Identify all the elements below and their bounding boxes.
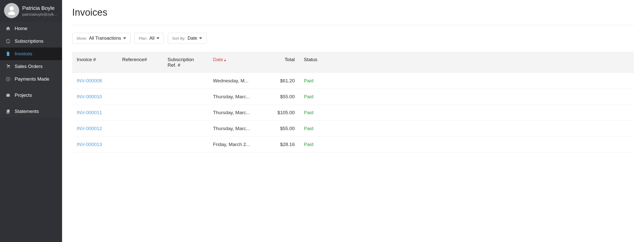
filter-show[interactable]: Show: All Transactions bbox=[72, 33, 130, 44]
cell-status: Paid bbox=[299, 137, 634, 153]
filter-value: Date bbox=[187, 36, 197, 41]
table-row[interactable]: INV-000010 Thursday, Marc... $55.00 Paid bbox=[72, 89, 634, 105]
main-content: Invoices Show: All Transactions Plan: Al… bbox=[62, 0, 644, 242]
page-title: Invoices bbox=[72, 7, 634, 18]
sidebar-item-projects[interactable]: Projects bbox=[0, 89, 62, 102]
cell-total: $61.20 bbox=[256, 73, 299, 89]
filter-plan[interactable]: Plan: All bbox=[135, 33, 164, 44]
sidebar-nav: Home $ Subscriptions Invoices Sales Orde… bbox=[0, 22, 62, 118]
filter-label: Sort By: bbox=[172, 36, 185, 40]
sidebar-item-subscriptions[interactable]: $ Subscriptions bbox=[0, 35, 62, 47]
sidebar-item-label: Sales Orders bbox=[15, 64, 43, 69]
user-icon bbox=[7, 6, 17, 16]
sidebar-item-invoices[interactable]: Invoices bbox=[0, 47, 62, 60]
table-header-row: Invoice # Reference# Subscription Ref. #… bbox=[72, 52, 634, 73]
cell-reference bbox=[118, 89, 163, 105]
sidebar-item-sales-orders[interactable]: Sales Orders bbox=[0, 60, 62, 73]
cell-date: Thursday, Marc... bbox=[208, 121, 256, 137]
table-row[interactable]: INV-000011 Thursday, Marc... $105.00 Pai… bbox=[72, 105, 634, 121]
cell-total: $55.00 bbox=[256, 89, 299, 105]
user-email: patriciaboyle@zylk... bbox=[22, 12, 57, 16]
cell-status: Paid bbox=[299, 89, 634, 105]
svg-text:$: $ bbox=[8, 40, 9, 42]
cell-status: Paid bbox=[299, 121, 634, 137]
user-block: Patricia Boyle patriciaboyle@zylk... bbox=[0, 0, 62, 22]
sidebar-item-label: Subscriptions bbox=[15, 38, 43, 44]
home-icon bbox=[6, 26, 11, 31]
column-header-date[interactable]: Date▴ bbox=[208, 52, 256, 73]
cell-subref bbox=[163, 105, 208, 121]
filter-bar: Show: All Transactions Plan: All Sort By… bbox=[72, 33, 634, 44]
chevron-down-icon bbox=[199, 37, 202, 39]
sidebar-item-home[interactable]: Home bbox=[0, 22, 62, 35]
filter-value: All bbox=[149, 36, 154, 41]
cell-date: Thursday, Marc... bbox=[208, 105, 256, 121]
sidebar-item-label: Payments Made bbox=[15, 76, 49, 82]
avatar bbox=[4, 3, 19, 18]
cart-icon bbox=[6, 64, 11, 69]
cell-subref bbox=[163, 89, 208, 105]
table-body: INV-000008 Wednesday, M... $61.20 Paid I… bbox=[72, 73, 634, 153]
svg-text:$: $ bbox=[7, 78, 9, 80]
filter-value: All Transactions bbox=[89, 36, 121, 41]
filter-label: Show: bbox=[76, 36, 87, 40]
filter-label: Plan: bbox=[139, 36, 147, 40]
column-header-subref[interactable]: Subscription Ref. # bbox=[163, 52, 208, 73]
sidebar-item-label: Statements bbox=[15, 109, 39, 114]
cell-total: $28.16 bbox=[256, 137, 299, 153]
user-name: Patricia Boyle bbox=[22, 5, 57, 11]
cell-date: Thursday, Marc... bbox=[208, 89, 256, 105]
column-header-status[interactable]: Status bbox=[299, 52, 634, 73]
cell-subref bbox=[163, 121, 208, 137]
table-row[interactable]: INV-000012 Thursday, Marc... $55.00 Paid bbox=[72, 121, 634, 137]
cell-date: Friday, March 2... bbox=[208, 137, 256, 153]
chevron-down-icon bbox=[156, 37, 159, 39]
cell-invoice[interactable]: INV-000012 bbox=[72, 121, 118, 137]
column-header-reference[interactable]: Reference# bbox=[118, 52, 163, 73]
dollar-circle-icon: $ bbox=[6, 77, 11, 82]
statements-icon bbox=[6, 109, 11, 114]
cell-invoice[interactable]: INV-000011 bbox=[72, 105, 118, 121]
briefcase-icon bbox=[6, 93, 11, 98]
sort-indicator-icon: ▴ bbox=[224, 58, 226, 62]
cell-date: Wednesday, M... bbox=[208, 73, 256, 89]
table-row[interactable]: INV-000008 Wednesday, M... $61.20 Paid bbox=[72, 73, 634, 89]
column-header-total[interactable]: Total bbox=[256, 52, 299, 73]
sidebar-item-label: Projects bbox=[15, 92, 32, 98]
divider bbox=[72, 25, 634, 25]
cell-subref bbox=[163, 137, 208, 153]
cell-total: $105.00 bbox=[256, 105, 299, 121]
cell-invoice[interactable]: INV-000010 bbox=[72, 89, 118, 105]
column-header-label: Date bbox=[213, 57, 223, 62]
refresh-dollar-icon: $ bbox=[6, 39, 11, 44]
sidebar-item-statements[interactable]: Statements bbox=[0, 105, 62, 118]
invoice-icon bbox=[6, 51, 11, 56]
column-header-invoice[interactable]: Invoice # bbox=[72, 52, 118, 73]
cell-status: Paid bbox=[299, 73, 634, 89]
sidebar-item-label: Invoices bbox=[15, 51, 32, 57]
filter-sortby[interactable]: Sort By: Date bbox=[168, 33, 206, 44]
cell-invoice[interactable]: INV-000008 bbox=[72, 73, 118, 89]
invoices-table: Invoice # Reference# Subscription Ref. #… bbox=[72, 52, 634, 153]
sidebar: Patricia Boyle patriciaboyle@zylk... Hom… bbox=[0, 0, 62, 242]
cell-reference bbox=[118, 73, 163, 89]
sidebar-item-label: Home bbox=[15, 26, 28, 31]
chevron-down-icon bbox=[123, 37, 126, 39]
cell-reference bbox=[118, 121, 163, 137]
nav-separator bbox=[0, 85, 62, 89]
cell-status: Paid bbox=[299, 105, 634, 121]
cell-total: $55.00 bbox=[256, 121, 299, 137]
cell-reference bbox=[118, 137, 163, 153]
cell-reference bbox=[118, 105, 163, 121]
table-row[interactable]: INV-000013 Friday, March 2... $28.16 Pai… bbox=[72, 137, 634, 153]
cell-invoice[interactable]: INV-000013 bbox=[72, 137, 118, 153]
sidebar-item-payments-made[interactable]: $ Payments Made bbox=[0, 73, 62, 85]
nav-separator bbox=[0, 102, 62, 105]
cell-subref bbox=[163, 73, 208, 89]
